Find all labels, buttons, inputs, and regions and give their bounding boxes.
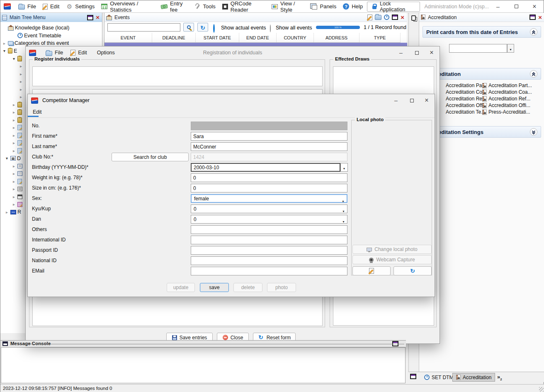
accreditation-item[interactable]: Accreditation Te... (446, 109, 482, 115)
tree-row[interactable]: Event Timetable (0, 32, 102, 40)
search-button[interactable] (183, 23, 194, 32)
maximize-button[interactable] (507, 0, 525, 12)
menu-item[interactable]: Edit (39, 0, 63, 12)
close-button[interactable]: × (525, 0, 544, 12)
change-local-photo-button[interactable]: Change local photo (352, 245, 432, 254)
maximize-button[interactable] (405, 94, 419, 107)
column-header[interactable]: EVENT (104, 33, 152, 42)
expand-arrow-icon[interactable] (19, 72, 23, 76)
menu-item[interactable]: Overviews / Statistics (98, 0, 158, 12)
expand-arrow-icon[interactable] (19, 79, 23, 84)
expand-arrow-icon[interactable] (12, 141, 16, 145)
restore-panel-icon[interactable] (87, 15, 93, 20)
expand-arrow-icon[interactable] (12, 102, 16, 107)
tab-accreditation[interactable]: Accreditation (452, 373, 495, 382)
others-input[interactable] (191, 225, 347, 234)
menu-item[interactable]: Entry fee (158, 0, 191, 12)
expand-arrow-icon[interactable] (19, 95, 23, 99)
expand-arrow-icon[interactable] (12, 56, 16, 61)
entries-date-input[interactable] (449, 44, 507, 53)
chevron-up-icon[interactable] (530, 70, 537, 78)
minimize-button[interactable]: – (489, 0, 507, 12)
menu-item[interactable]: File (15, 0, 39, 12)
expand-arrow-icon[interactable] (12, 118, 16, 122)
close-button[interactable]: × (420, 94, 434, 107)
tab-set-dtm[interactable]: SET DTM (421, 373, 457, 382)
event-clock-icon[interactable] (384, 15, 389, 20)
expand-arrow-icon[interactable] (2, 41, 7, 46)
registration-title-bar[interactable]: File Edit Options Registration of indivi… (26, 46, 440, 59)
expand-arrow-icon[interactable] (12, 179, 16, 184)
accreditation-item[interactable]: Press-Accreditati... (488, 109, 530, 115)
webcam-capture-button[interactable]: Webcam Capture (352, 255, 432, 264)
competitor-title-bar[interactable]: Competitor Manager – × (28, 94, 435, 107)
expand-arrow-icon[interactable] (5, 156, 9, 161)
expand-arrow-icon[interactable] (2, 49, 7, 53)
lock-application-button[interactable]: Lock Application (367, 2, 420, 12)
column-header[interactable]: TYPE (359, 33, 401, 42)
expand-arrow-icon[interactable] (12, 195, 16, 199)
kyu-kup-select[interactable]: 0 (191, 205, 347, 213)
men u-item[interactable]: Options (91, 50, 119, 56)
expand-arrow-icon[interactable] (12, 202, 16, 207)
print-cards-section-header[interactable]: Print cards from this date of Entries (423, 26, 541, 38)
passport-id-input[interactable] (191, 246, 347, 255)
accreditation-section-header[interactable]: Accreditation (423, 68, 541, 80)
update-button[interactable]: update (167, 283, 195, 292)
email-input[interactable] (191, 267, 347, 275)
column-header[interactable]: ADDRESS (314, 33, 359, 42)
restore-panel-icon[interactable] (529, 15, 536, 20)
show-actual-events-radio[interactable] (213, 24, 215, 33)
menu-item[interactable]: View / Style (268, 0, 307, 12)
first-name-input[interactable] (191, 132, 347, 141)
edit-photo-button[interactable] (352, 266, 391, 275)
accreditation-item[interactable]: Accreditation Offi... (446, 102, 482, 108)
menu-item[interactable]: Panels (307, 0, 340, 12)
entries-date-dropdown-button[interactable] (507, 44, 514, 53)
delete-button[interactable]: delete (233, 283, 262, 292)
menu-item[interactable]: Settings (63, 0, 98, 12)
refresh-button[interactable] (197, 23, 208, 32)
column-header[interactable]: END DATE (239, 33, 277, 42)
accreditation-item[interactable]: Accreditation Coa... (446, 89, 482, 95)
restore-dock-button[interactable] (410, 373, 416, 381)
resize-grip[interactable] (539, 387, 544, 392)
accreditation-item[interactable]: Accreditation Coa... (488, 89, 532, 95)
edit-event-icon[interactable] (367, 15, 372, 20)
expand-arrow-icon[interactable] (12, 149, 16, 153)
expand-arrow-icon[interactable] (12, 171, 16, 176)
birthday-dropdown-button[interactable] (340, 163, 348, 172)
menu-item[interactable]: Help (340, 0, 366, 12)
column-header[interactable]: COUNTRY (277, 33, 314, 42)
sex-select[interactable]: female (191, 194, 347, 203)
menu-edit[interactable]: Edit (33, 109, 42, 115)
men u-item[interactable]: File (42, 50, 67, 56)
expand-arrow-icon[interactable] (19, 87, 23, 92)
show-all-events-radio[interactable] (270, 24, 271, 32)
weight-input[interactable] (191, 173, 347, 182)
minimize-button[interactable]: – (394, 46, 408, 59)
dan-select[interactable]: 0 (191, 215, 347, 224)
column-header[interactable]: DEADLINE (152, 33, 196, 42)
expand-arrow-icon[interactable] (5, 210, 9, 214)
last-name-input[interactable] (191, 142, 347, 151)
chevron-down-icon[interactable] (530, 128, 537, 136)
menu-item[interactable]: Tools (192, 0, 219, 12)
national-id-input[interactable] (191, 256, 347, 265)
column-header[interactable]: START DATE (196, 33, 239, 42)
close-panel-icon[interactable]: × (401, 15, 404, 20)
close-button[interactable]: × (425, 46, 439, 59)
menu-item[interactable]: QRCode Reader (219, 0, 268, 12)
accreditation-item[interactable]: Accreditation Part... (446, 83, 482, 88)
accreditation-settings-section-header[interactable]: Accreditation Settings (423, 126, 541, 138)
expand-arrow-icon[interactable] (12, 187, 16, 191)
minimize-button[interactable]: – (389, 94, 403, 107)
expand-arrow-icon[interactable] (12, 133, 16, 138)
close-panel-icon[interactable]: × (538, 15, 542, 20)
men u-item[interactable]: Edit (67, 50, 91, 56)
photo-button[interactable]: photo (267, 283, 296, 292)
international-id-input[interactable] (191, 236, 347, 244)
close-panel-icon[interactable]: × (96, 15, 100, 20)
chevron-up-icon[interactable] (530, 28, 537, 36)
pages-icon[interactable] (411, 15, 416, 21)
